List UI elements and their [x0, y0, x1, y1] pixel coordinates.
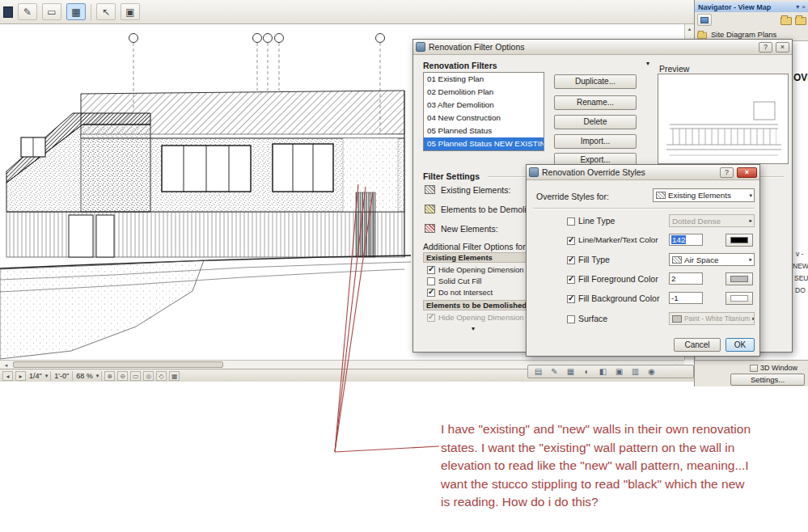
fill-type-combo[interactable]: Air Space ▸: [669, 253, 755, 266]
grid-icon[interactable]: ▦: [169, 371, 180, 381]
navigator-3d-window-item[interactable]: 3D Window: [750, 364, 797, 372]
existing-elements-group-header: Existing Elements: [423, 252, 528, 263]
close-button[interactable]: ×: [776, 42, 789, 53]
clipped-text-fragment: DO: [795, 286, 806, 294]
dialog-icon: [416, 42, 425, 52]
box-tool-icon[interactable]: ▣: [121, 3, 140, 20]
list-item-selected[interactable]: 05 Planned Status NEW EXISTING: [424, 137, 544, 150]
line-type-checkbox[interactable]: [567, 217, 575, 226]
scale-numerator[interactable]: 1/4": [28, 372, 43, 380]
quick-option-icon[interactable]: ▦: [564, 366, 577, 377]
rename-button[interactable]: Rename...: [554, 95, 637, 110]
fill-background-color-checkbox[interactable]: [567, 295, 575, 303]
close-button[interactable]: ×: [737, 167, 757, 178]
navigator-bottom-panel: 3D Window Settings...: [695, 360, 808, 386]
do-not-intersect-checkbox[interactable]: [427, 289, 435, 297]
zoom-in-icon[interactable]: ⊕: [104, 371, 115, 381]
pan-icon[interactable]: ◎: [143, 371, 154, 381]
fit-in-window-icon[interactable]: ▭: [130, 371, 141, 381]
quick-option-icon[interactable]: ◐: [580, 366, 594, 377]
navigator-title: Navigator - View Map: [698, 3, 793, 11]
tree-item-label: Site Diagram Plans: [711, 30, 776, 39]
divider: [533, 208, 755, 209]
line-type-combo[interactable]: Dotted Dense ▸: [669, 214, 755, 227]
list-item[interactable]: 02 Demolition Plan: [424, 86, 544, 99]
clipped-text-fragment: v -: [796, 250, 803, 258]
navigator-titlebar[interactable]: Navigator - View Map ▾ ×: [695, 2, 808, 12]
cancel-button[interactable]: Cancel: [674, 338, 721, 352]
navigator-menu-icon[interactable]: ▾: [796, 3, 799, 11]
zoom-out-icon[interactable]: ⊖: [117, 371, 128, 381]
surface-checkbox[interactable]: [567, 315, 575, 323]
fill-foreground-color-label: Fill Foreground Color: [578, 274, 658, 284]
scroll-more-indicator[interactable]: ▾: [472, 325, 475, 332]
marquee-tool-icon[interactable]: ▭: [42, 3, 61, 20]
flyout-menu-icon[interactable]: ▾: [646, 60, 649, 67]
folder-icon[interactable]: [781, 17, 792, 25]
zoom-dropdown-icon[interactable]: ▾: [96, 373, 99, 379]
orbit-icon[interactable]: ◇: [156, 371, 167, 381]
folder-open-icon[interactable]: [795, 17, 806, 25]
arrow-tool-icon[interactable]: ↖: [96, 3, 116, 20]
navigator-close-icon[interactable]: ×: [802, 3, 806, 11]
main-toolbar: ✎ ▭ ▦ ↖ ▣: [0, 0, 694, 24]
quick-option-icon[interactable]: ▣: [612, 366, 626, 377]
scrollbar-thumb[interactable]: [13, 361, 223, 368]
list-item[interactable]: 03 After Demolition: [424, 99, 544, 112]
quick-option-icon[interactable]: ▤: [531, 366, 545, 377]
zoom-level[interactable]: 68 %: [75, 372, 94, 380]
list-item[interactable]: 01 Existing Plan: [424, 73, 544, 86]
annotation-text: I have "existing" and "new" walls in the…: [441, 420, 790, 512]
new-elements-row[interactable]: New Elements:: [441, 224, 498, 234]
annotation-line: states. I want the "existing" wall patte…: [441, 439, 790, 458]
settings-button[interactable]: Settings...: [730, 374, 805, 386]
pencil-tool-icon[interactable]: ✎: [18, 3, 37, 20]
scroll-left-icon[interactable]: ◂: [2, 361, 11, 369]
quick-option-icon[interactable]: ◧: [596, 366, 610, 377]
list-item[interactable]: 05 Planned Status: [424, 125, 544, 137]
scale-dropdown-icon[interactable]: ▾: [45, 373, 49, 379]
delete-button[interactable]: Delete: [554, 115, 637, 129]
fill-bg-swatch-button[interactable]: [726, 292, 753, 305]
fill-fg-pen-field[interactable]: 2: [669, 272, 703, 285]
dialog-titlebar[interactable]: Renovation Filter Options ? ×: [413, 40, 792, 55]
surface-combo[interactable]: Paint - White Titanium ▸: [669, 312, 755, 325]
scroll-up-icon[interactable]: ▴: [685, 25, 694, 32]
quick-option-icon[interactable]: ▥: [628, 366, 642, 377]
line-marker-text-color-checkbox[interactable]: [567, 237, 575, 245]
tab-scroll-left-icon[interactable]: ◂: [2, 371, 13, 381]
annotation-line: elevation to read like the "new" wall pa…: [441, 457, 790, 475]
fill-fg-swatch-button[interactable]: [726, 272, 753, 285]
help-button[interactable]: ?: [720, 167, 734, 178]
quick-option-icon[interactable]: ◉: [645, 366, 658, 377]
override-target-combo[interactable]: Existing Elements ▾: [653, 188, 755, 202]
duplicate-button[interactable]: Duplicate...: [554, 74, 637, 89]
project-chooser-button[interactable]: [697, 14, 712, 26]
active-tool-icon[interactable]: ▦: [66, 3, 86, 20]
dialog-title: Renovation Override Styles: [542, 167, 717, 177]
import-button[interactable]: Import...: [554, 134, 637, 149]
existing-elements-swatch-icon: [656, 192, 666, 199]
surface-label: Surface: [578, 314, 607, 323]
list-item[interactable]: 04 New Construction: [424, 112, 544, 125]
fill-type-checkbox[interactable]: [567, 256, 575, 264]
quick-option-icon[interactable]: ✎: [548, 366, 561, 377]
hide-opening-dimension-marker-checkbox[interactable]: [427, 266, 435, 274]
existing-elements-icon: [425, 185, 435, 194]
ok-button[interactable]: OK: [726, 338, 755, 352]
dialog-titlebar[interactable]: Renovation Override Styles ? ×: [527, 165, 759, 180]
existing-elements-row[interactable]: Existing Elements:: [441, 185, 510, 195]
renovation-override-styles-dialog: Renovation Override Styles ? × Override …: [526, 164, 760, 357]
solid-cut-fill-checkbox[interactable]: [427, 277, 435, 285]
fill-foreground-color-checkbox[interactable]: [567, 276, 575, 284]
scale-value[interactable]: 1'-0": [53, 372, 70, 380]
pen-number-field[interactable]: 142: [669, 234, 703, 246]
fill-bg-pen-field[interactable]: -1: [669, 292, 703, 304]
pen-color-swatch-button[interactable]: [726, 234, 753, 247]
toolbar-separator: [91, 4, 91, 20]
preview-box: [658, 74, 789, 164]
tab-scroll-right-icon[interactable]: ▸: [15, 371, 26, 381]
hide-opening-dimension-marker-demolished-checkbox[interactable]: [427, 314, 435, 322]
help-button[interactable]: ?: [759, 42, 772, 53]
app-window: ✎ ▭ ▦ ↖ ▣: [0, 0, 808, 532]
